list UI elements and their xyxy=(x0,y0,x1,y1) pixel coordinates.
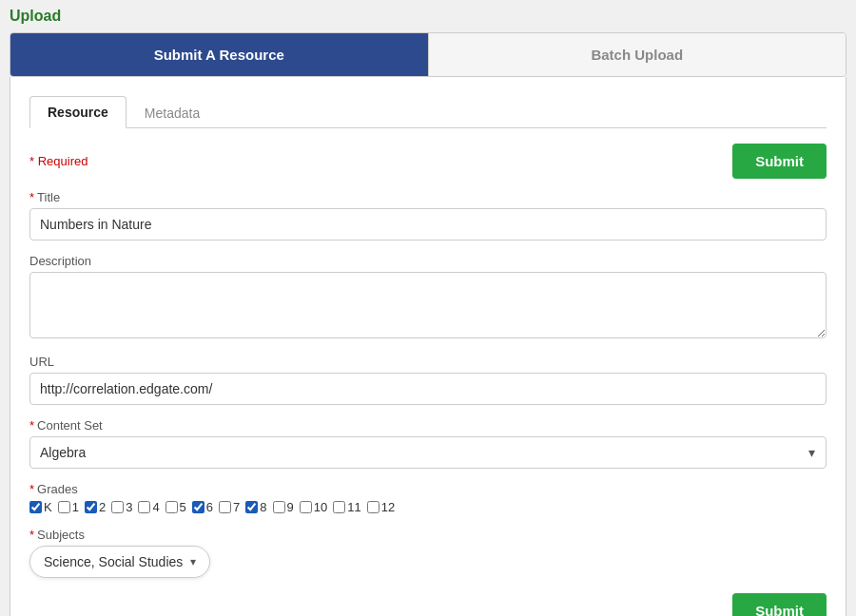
grades-required-star: * xyxy=(29,482,34,496)
grade-9-checkbox[interactable] xyxy=(273,501,285,513)
main-panel: Resource Metadata * Required Submit *Tit… xyxy=(10,77,846,616)
required-note: * Required xyxy=(29,154,88,168)
grade-4[interactable]: 4 xyxy=(138,500,159,514)
grade-4-checkbox[interactable] xyxy=(138,501,150,513)
title-input[interactable] xyxy=(29,208,827,241)
subjects-required-star: * xyxy=(29,528,34,542)
url-field-group: URL xyxy=(29,355,827,405)
grade-11[interactable]: 11 xyxy=(333,500,360,514)
description-input[interactable] xyxy=(29,272,827,338)
grade-10[interactable]: 10 xyxy=(300,500,327,514)
grade-k-checkbox[interactable] xyxy=(29,501,42,513)
submit-button-bottom[interactable]: Submit xyxy=(732,593,827,616)
description-label: Description xyxy=(29,254,827,268)
grade-10-checkbox[interactable] xyxy=(300,501,312,513)
grade-1[interactable]: 1 xyxy=(58,500,79,514)
content-set-select[interactable]: Algebra Geometry Science History xyxy=(29,436,827,469)
chevron-down-icon: ▾ xyxy=(190,555,196,568)
grade-3[interactable]: 3 xyxy=(111,500,132,514)
content-set-select-wrapper: Algebra Geometry Science History xyxy=(29,436,827,469)
grade-6[interactable]: 6 xyxy=(192,500,213,514)
grade-5[interactable]: 5 xyxy=(165,500,186,514)
title-required-star: * xyxy=(29,190,34,204)
grade-7-checkbox[interactable] xyxy=(219,501,231,513)
url-input[interactable] xyxy=(29,373,827,405)
grade-9[interactable]: 9 xyxy=(273,500,294,514)
subjects-label: *Subjects xyxy=(29,528,827,542)
form-header: * Required Submit xyxy=(29,144,827,179)
form-footer: Submit xyxy=(29,593,827,616)
grade-6-checkbox[interactable] xyxy=(192,501,204,513)
url-label: URL xyxy=(29,355,827,369)
grade-2[interactable]: 2 xyxy=(85,500,106,514)
grade-8-checkbox[interactable] xyxy=(245,501,258,513)
content-set-required-star: * xyxy=(29,418,34,433)
inner-tab-bar: Resource Metadata xyxy=(29,96,827,128)
subjects-field-group: *Subjects Science, Social Studies ▾ xyxy=(29,528,827,578)
title-field-group: *Title xyxy=(29,190,827,241)
grade-3-checkbox[interactable] xyxy=(111,501,124,513)
content-set-field-group: *Content Set Algebra Geometry Science Hi… xyxy=(29,418,827,469)
submit-button-top[interactable]: Submit xyxy=(732,144,827,179)
title-label: *Title xyxy=(29,190,827,204)
tab-metadata[interactable]: Metadata xyxy=(126,96,218,128)
grade-8[interactable]: 8 xyxy=(245,500,266,514)
grade-1-checkbox[interactable] xyxy=(58,501,70,513)
page-title: Upload xyxy=(10,8,846,25)
grade-k[interactable]: K xyxy=(29,500,52,514)
top-tab-bar: Submit A Resource Batch Upload xyxy=(10,32,846,77)
grade-12[interactable]: 12 xyxy=(367,500,395,514)
description-field-group: Description xyxy=(29,254,827,341)
subjects-dropdown[interactable]: Science, Social Studies ▾ xyxy=(29,546,210,578)
tab-submit-resource[interactable]: Submit A Resource xyxy=(10,33,428,76)
grades-row: K 1 2 3 4 5 6 7 8 9 10 11 12 xyxy=(29,500,827,514)
tab-batch-upload[interactable]: Batch Upload xyxy=(428,33,846,76)
subjects-value: Science, Social Studies xyxy=(44,554,183,569)
grade-11-checkbox[interactable] xyxy=(333,501,345,513)
grades-label: *Grades xyxy=(29,482,827,496)
tab-resource[interactable]: Resource xyxy=(29,96,126,128)
grade-7[interactable]: 7 xyxy=(219,500,240,514)
grade-12-checkbox[interactable] xyxy=(367,501,379,513)
content-set-label: *Content Set xyxy=(29,418,827,433)
grade-2-checkbox[interactable] xyxy=(85,501,97,513)
grades-field-group: *Grades K 1 2 3 4 5 6 7 8 9 10 11 12 xyxy=(29,482,827,514)
grade-5-checkbox[interactable] xyxy=(165,501,178,513)
